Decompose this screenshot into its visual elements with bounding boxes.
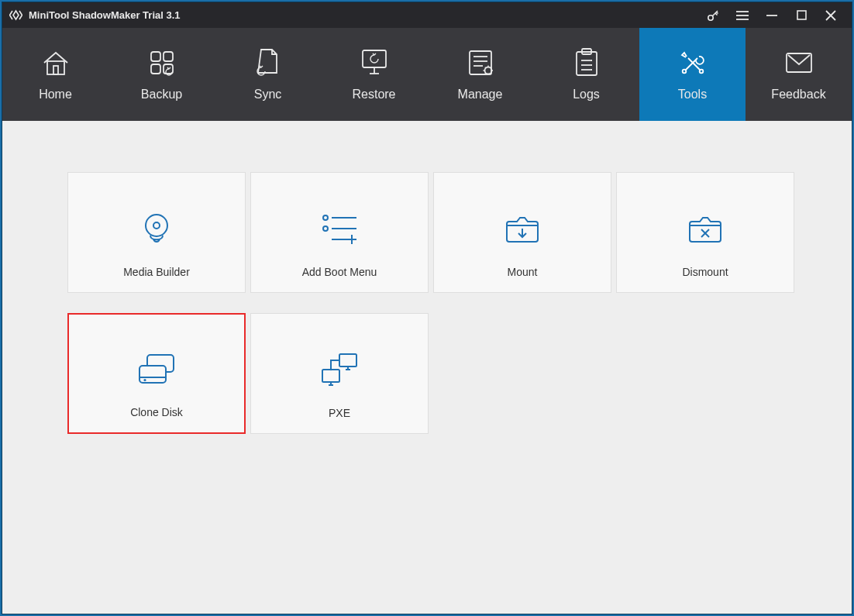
svg-rect-43 — [139, 366, 166, 383]
svg-rect-8 — [47, 61, 64, 74]
main-nav: Home Backup Sync — [2, 28, 852, 121]
svg-rect-12 — [151, 64, 160, 74]
tool-label: PXE — [329, 407, 350, 419]
svg-rect-14 — [363, 50, 386, 67]
nav-home[interactable]: Home — [2, 28, 108, 121]
svg-point-45 — [143, 379, 146, 381]
svg-rect-17 — [470, 51, 491, 74]
nav-restore[interactable]: Restore — [321, 28, 427, 121]
tool-dismount[interactable]: Dismount — [616, 172, 794, 293]
nav-logs[interactable]: Logs — [533, 28, 639, 121]
media-builder-icon — [133, 210, 180, 247]
nav-label: Backup — [141, 88, 182, 102]
nav-label: Sync — [254, 88, 282, 102]
tool-pxe[interactable]: PXE — [250, 313, 429, 434]
home-icon — [40, 47, 71, 78]
svg-rect-46 — [339, 354, 356, 367]
svg-point-28 — [699, 70, 703, 74]
mount-icon — [499, 210, 546, 247]
tool-label: Media Builder — [123, 266, 190, 278]
svg-rect-22 — [577, 52, 597, 75]
svg-point-27 — [682, 70, 686, 74]
nav-manage[interactable]: Manage — [427, 28, 533, 121]
tool-label: Mount — [508, 266, 538, 278]
tools-content: Media Builder Add Boot Menu — [2, 121, 852, 614]
svg-point-34 — [323, 226, 328, 231]
sync-icon — [253, 47, 284, 78]
add-boot-menu-icon — [316, 210, 363, 247]
tools-grid: Media Builder Add Boot Menu — [67, 172, 787, 434]
dismount-icon — [682, 210, 728, 247]
minimize-button[interactable] — [757, 2, 787, 28]
nav-tools[interactable]: Tools — [639, 28, 746, 121]
nav-backup[interactable]: Backup — [108, 28, 215, 121]
nav-label: Manage — [458, 88, 503, 102]
nav-label: Restore — [352, 88, 395, 102]
titlebar: MiniTool ShadowMaker Trial 3.1 — [2, 2, 852, 28]
restore-icon — [359, 47, 390, 78]
svg-rect-5 — [797, 11, 806, 19]
app-window: MiniTool ShadowMaker Trial 3.1 — [2, 2, 852, 614]
tool-label: Clone Disk — [130, 406, 183, 418]
svg-rect-49 — [322, 370, 339, 382]
menu-icon[interactable] — [728, 2, 757, 28]
app-logo-icon — [9, 9, 22, 22]
clone-disk-icon — [133, 350, 180, 387]
tool-clone-disk[interactable]: Clone Disk — [67, 313, 246, 434]
svg-point-0 — [708, 15, 713, 19]
svg-rect-9 — [53, 66, 58, 74]
nav-sync[interactable]: Sync — [215, 28, 321, 121]
key-icon[interactable] — [698, 2, 728, 28]
tool-label: Add Boot Menu — [302, 266, 377, 278]
pxe-icon — [316, 351, 363, 388]
svg-rect-10 — [151, 52, 160, 61]
manage-icon — [465, 47, 496, 78]
svg-point-31 — [153, 222, 160, 229]
svg-point-52 — [330, 369, 332, 370]
svg-point-30 — [146, 215, 167, 236]
nav-label: Feedback — [771, 88, 825, 102]
close-button[interactable] — [816, 2, 845, 28]
nav-label: Logs — [573, 88, 600, 102]
nav-label: Home — [39, 88, 72, 102]
tool-label: Dismount — [682, 266, 728, 278]
maximize-button[interactable] — [787, 2, 816, 28]
svg-point-32 — [323, 215, 328, 220]
svg-rect-11 — [164, 52, 173, 61]
tool-mount[interactable]: Mount — [433, 172, 611, 293]
tool-media-builder[interactable]: Media Builder — [67, 172, 246, 293]
logs-icon — [571, 47, 602, 78]
nav-label: Tools — [678, 88, 707, 102]
backup-icon — [146, 47, 177, 78]
nav-feedback[interactable]: Feedback — [746, 28, 852, 121]
tool-add-boot-menu[interactable]: Add Boot Menu — [250, 172, 429, 293]
tools-icon — [677, 47, 708, 78]
feedback-icon — [783, 47, 814, 78]
app-title: MiniTool ShadowMaker Trial 3.1 — [29, 9, 181, 21]
